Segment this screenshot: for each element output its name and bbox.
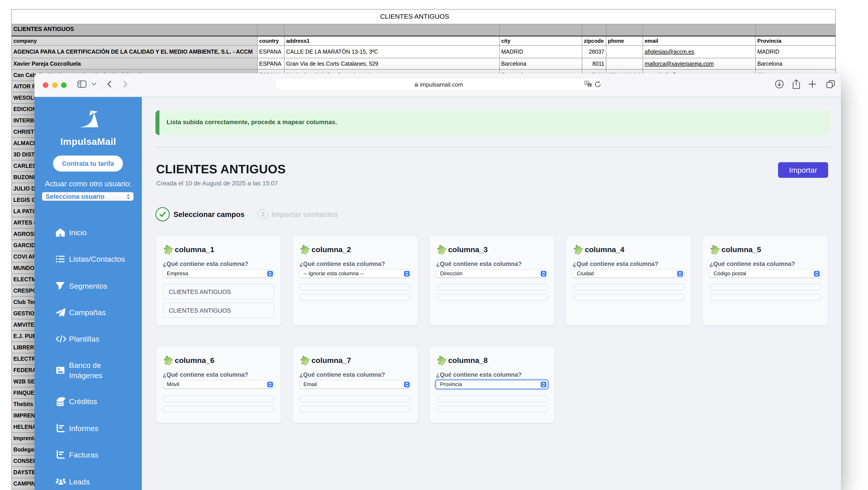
svg-text:x: x — [589, 83, 590, 87]
svg-text:A: A — [586, 81, 588, 85]
